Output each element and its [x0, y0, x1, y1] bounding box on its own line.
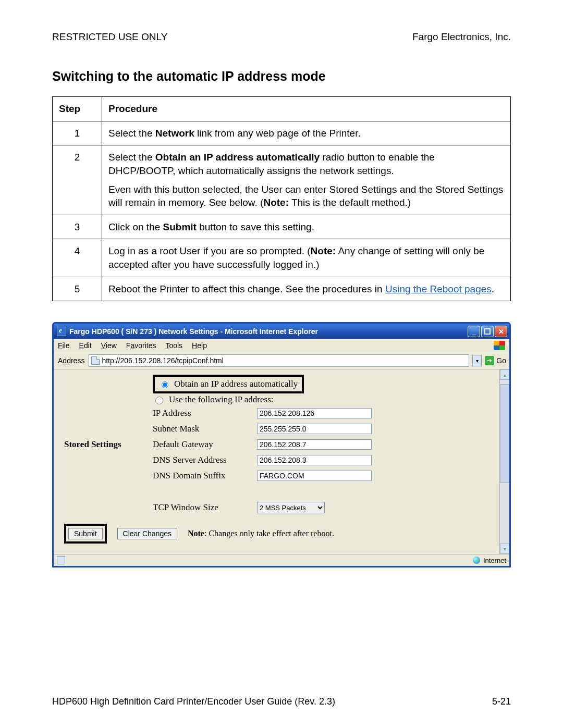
table-row: 4 Log in as a root User if you are so pr…: [53, 239, 511, 277]
col-step: Step: [53, 97, 102, 121]
step-number: 4: [53, 239, 102, 277]
submit-button[interactable]: Submit: [68, 528, 103, 539]
clear-changes-button[interactable]: Clear Changes: [117, 528, 177, 539]
page-icon: [91, 356, 100, 365]
address-bar: Address http://206.152.208.126/tcpipConf…: [54, 352, 509, 369]
globe-icon: [473, 557, 480, 564]
tcp-window-select[interactable]: 2 MSS Packets: [257, 502, 325, 513]
maximize-button[interactable]: [481, 326, 494, 337]
dns-suffix-label: DNS Domain Suffix: [153, 471, 257, 481]
dns-server-label: DNS Server Address: [153, 455, 257, 465]
scroll-down-icon[interactable]: ▾: [500, 544, 509, 554]
procedure-table: Step Procedure 1 Select the Network link…: [52, 96, 511, 301]
radio-auto-label: Obtain an IP address automatically: [174, 379, 298, 389]
footer-right: 5-21: [492, 696, 511, 707]
step-number: 1: [53, 121, 102, 145]
page-title: Switching to the automatic IP address mo…: [52, 69, 511, 84]
menu-file[interactable]: File: [58, 341, 70, 350]
table-row: 5 Reboot the Printer to affect this chan…: [53, 277, 511, 301]
ip-address-label: IP Address: [153, 408, 257, 418]
windows-flag-icon: [494, 341, 505, 350]
highlight-submit: Submit: [64, 524, 107, 544]
scroll-up-icon[interactable]: ▴: [500, 369, 509, 380]
subnet-mask-input[interactable]: [257, 424, 372, 434]
menu-view[interactable]: View: [101, 341, 117, 350]
url-text: http://206.152.208.126/tcpipConf.html: [102, 356, 224, 365]
go-arrow-icon: ➔: [485, 356, 494, 365]
dns-server-input[interactable]: [257, 455, 372, 465]
highlight-auto-radio: Obtain an IP address automatically: [153, 375, 304, 393]
ip-address-input[interactable]: [257, 408, 372, 418]
col-procedure: Procedure: [102, 97, 511, 121]
default-gateway-label: Default Gateway: [153, 439, 257, 450]
status-zone: Internet: [483, 557, 506, 564]
scrollbar[interactable]: ▴ ▾: [499, 369, 509, 554]
step-number: 5: [53, 277, 102, 301]
menu-tools[interactable]: Tools: [165, 341, 182, 350]
address-dropdown[interactable]: ▾: [472, 355, 482, 366]
go-button[interactable]: ➔ Go: [485, 356, 506, 365]
dns-suffix-input[interactable]: [257, 471, 372, 481]
tcp-window-label: TCP Window Size: [153, 502, 257, 513]
status-bar: Internet: [54, 554, 509, 566]
scroll-thumb[interactable]: [500, 384, 509, 483]
header-right: Fargo Electronics, Inc.: [412, 31, 511, 43]
menu-edit[interactable]: Edit: [79, 341, 92, 350]
minimize-button[interactable]: _: [468, 326, 480, 337]
ie-window: Fargo HDP600 ( S/N 273 ) Network Setting…: [52, 322, 511, 567]
ie-icon: [57, 327, 66, 336]
step-number: 3: [53, 215, 102, 239]
address-input-box[interactable]: http://206.152.208.126/tcpipConf.html: [89, 354, 469, 367]
subnet-mask-label: Subnet Mask: [153, 424, 257, 434]
note-text: Note: Changes only take effect after reb…: [188, 529, 334, 538]
close-button[interactable]: ✕: [495, 326, 507, 337]
titlebar: Fargo HDP600 ( S/N 273 ) Network Setting…: [54, 324, 509, 339]
table-row: 1 Select the Network link from any web p…: [53, 121, 511, 145]
radio-auto-ip[interactable]: [162, 381, 168, 388]
radio-manual-label: Use the following IP address:: [169, 394, 274, 405]
status-page-icon: [57, 556, 65, 564]
footer-left: HDP600 High Definition Card Printer/Enco…: [52, 696, 335, 707]
table-row: 3 Click on the Submit button to save thi…: [53, 215, 511, 239]
menu-help[interactable]: Help: [192, 341, 207, 350]
header-left: RESTRICTED USE ONLY: [52, 31, 167, 43]
address-label: Address: [57, 356, 85, 365]
reboot-pages-link[interactable]: Using the Reboot pages: [385, 283, 492, 294]
step-number: 2: [53, 145, 102, 215]
default-gateway-input[interactable]: [257, 439, 372, 450]
radio-manual-ip[interactable]: [155, 397, 163, 404]
stored-settings-label: Stored Settings: [64, 439, 153, 450]
window-title: Fargo HDP600 ( S/N 273 ) Network Setting…: [69, 327, 468, 336]
reboot-link[interactable]: reboot: [311, 529, 332, 538]
table-row: 2 Select the Obtain an IP address automa…: [53, 145, 511, 215]
menu-favorites[interactable]: Favorites: [126, 341, 156, 350]
menubar: File Edit View Favorites Tools Help: [54, 339, 509, 352]
